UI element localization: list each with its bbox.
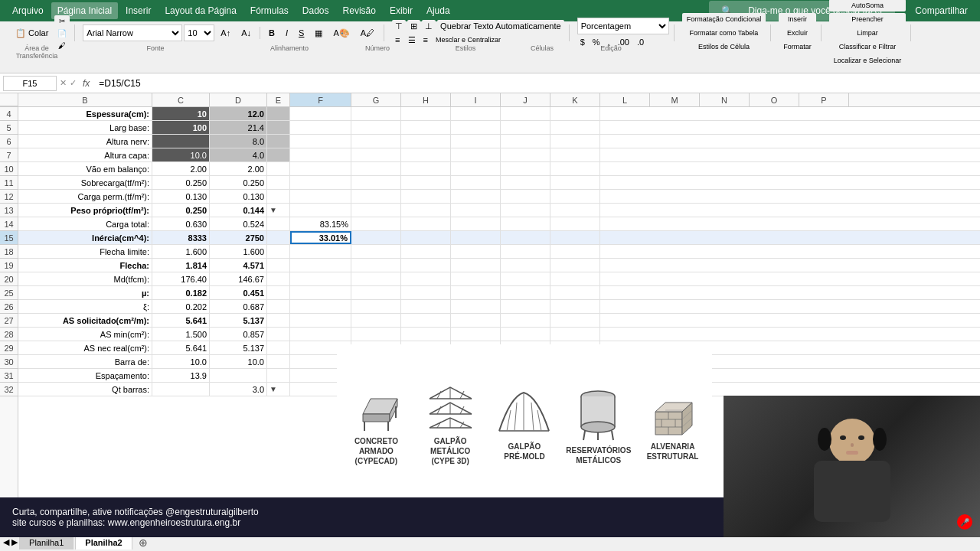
cell-j7[interactable] xyxy=(501,148,550,161)
cell-b32[interactable]: Qt barras: xyxy=(18,383,152,396)
cell-f27[interactable] xyxy=(290,314,351,327)
cell-g5[interactable] xyxy=(351,121,401,134)
cell-k5[interactable] xyxy=(550,121,600,134)
diagram-concreto[interactable]: CONCRETOARMADO(CYPECAD) xyxy=(341,376,412,466)
col-header-k[interactable]: K xyxy=(550,93,600,106)
cell-f25[interactable] xyxy=(290,286,351,299)
cell-j11[interactable] xyxy=(501,176,550,189)
border-button[interactable]: ▦ xyxy=(310,26,327,41)
cell-i10[interactable] xyxy=(451,162,501,175)
cell-g7[interactable] xyxy=(351,148,401,161)
col-header-h[interactable]: H xyxy=(401,93,451,106)
cell-i28[interactable] xyxy=(451,328,501,341)
cell-h10[interactable] xyxy=(401,162,451,175)
diagram-alvenaria[interactable]: ALVENARIAESTRUTURAL xyxy=(637,381,708,461)
menu-ajuda[interactable]: Ajuda xyxy=(420,2,456,19)
cell-reference-input[interactable] xyxy=(3,76,57,91)
col-header-n[interactable]: N xyxy=(700,93,750,106)
cell-h28[interactable] xyxy=(401,328,451,341)
cell-f19[interactable] xyxy=(290,259,351,272)
fill-button[interactable]: Preencher xyxy=(829,13,906,25)
cell-i7[interactable] xyxy=(451,148,501,161)
align-top-button[interactable]: ⊤ xyxy=(392,20,406,33)
cell-b27[interactable]: AS solicitado(cm²/m): xyxy=(18,314,152,327)
cell-k10[interactable] xyxy=(550,162,600,175)
menu-arquivo[interactable]: Arquivo xyxy=(6,2,50,19)
cell-k13[interactable] xyxy=(550,204,600,217)
cell-e13[interactable]: ▼ xyxy=(267,204,290,217)
cell-f18[interactable] xyxy=(290,245,351,258)
cell-b6[interactable]: Altura nerv: xyxy=(18,135,152,148)
col-header-l[interactable]: L xyxy=(600,93,650,106)
cell-g13[interactable] xyxy=(351,204,401,217)
cell-c6[interactable] xyxy=(152,135,210,148)
cell-k25[interactable] xyxy=(550,286,600,299)
cell-g27[interactable] xyxy=(351,314,401,327)
cell-i15[interactable] xyxy=(451,231,501,244)
col-header-d[interactable]: D xyxy=(210,93,267,106)
cell-e19[interactable] xyxy=(267,259,290,272)
cell-f14[interactable]: 83.15% xyxy=(290,217,351,230)
cell-k6[interactable] xyxy=(550,135,600,148)
cell-i6[interactable] xyxy=(451,135,501,148)
cell-e18[interactable] xyxy=(267,245,290,258)
cancel-icon[interactable]: ✕ xyxy=(60,78,67,88)
cell-j27[interactable] xyxy=(501,314,550,327)
clear-button[interactable]: Limpar xyxy=(829,27,906,39)
cell-h13[interactable] xyxy=(401,204,451,217)
cell-c15[interactable]: 8333 xyxy=(152,231,210,244)
cell-c28[interactable]: 1.500 xyxy=(152,328,210,341)
cell-f10[interactable] xyxy=(290,162,351,175)
cell-e15[interactable] xyxy=(267,231,290,244)
cell-g18[interactable] xyxy=(351,245,401,258)
cell-f4[interactable] xyxy=(290,107,351,120)
cell-f13[interactable] xyxy=(290,204,351,217)
cell-j18[interactable] xyxy=(501,245,550,258)
cell-g15[interactable] xyxy=(351,231,401,244)
cell-b30[interactable]: Barra de: xyxy=(18,355,152,368)
cell-d6[interactable]: 8.0 xyxy=(210,135,267,148)
cell-h7[interactable] xyxy=(401,148,451,161)
col-header-i[interactable]: I xyxy=(451,93,501,106)
cell-c4[interactable]: 10 xyxy=(152,107,210,120)
cell-i14[interactable] xyxy=(451,217,501,230)
cell-g11[interactable] xyxy=(351,176,401,189)
cell-e31[interactable] xyxy=(267,369,290,382)
bold-button[interactable]: B xyxy=(264,26,279,40)
cell-c32[interactable] xyxy=(152,383,210,396)
cell-e10[interactable] xyxy=(267,162,290,175)
cell-b31[interactable]: Espaçamento: xyxy=(18,369,152,382)
confirm-icon[interactable]: ✓ xyxy=(70,78,77,88)
cell-d26[interactable]: 0.687 xyxy=(210,300,267,313)
cell-k7[interactable] xyxy=(550,148,600,161)
cell-h11[interactable] xyxy=(401,176,451,189)
cell-d5[interactable]: 21.4 xyxy=(210,121,267,134)
col-header-b[interactable]: B xyxy=(18,93,152,106)
cell-k19[interactable] xyxy=(550,259,600,272)
cell-k15[interactable] xyxy=(550,231,600,244)
col-header-g[interactable]: G xyxy=(351,93,401,106)
cell-h4[interactable] xyxy=(401,107,451,120)
cell-d19[interactable]: 4.571 xyxy=(210,259,267,272)
cell-b28[interactable]: AS min(cm²): xyxy=(18,328,152,341)
insert-cells-button[interactable]: Inserir xyxy=(779,13,816,25)
align-middle-button[interactable]: ⊞ xyxy=(407,20,420,33)
increase-font-button[interactable]: A↑ xyxy=(216,26,235,40)
cell-g20[interactable] xyxy=(351,272,401,285)
cell-i11[interactable] xyxy=(451,176,501,189)
cell-f26[interactable] xyxy=(290,300,351,313)
cell-j28[interactable] xyxy=(501,328,550,341)
cell-b18[interactable]: Flecha limite: xyxy=(18,245,152,258)
cell-d18[interactable]: 1.600 xyxy=(210,245,267,258)
cell-i18[interactable] xyxy=(451,245,501,258)
cell-k18[interactable] xyxy=(550,245,600,258)
format-table-button[interactable]: Formatar como Tabela xyxy=(682,27,766,39)
col-header-f[interactable]: F xyxy=(290,93,351,106)
cell-d15[interactable]: 2750 xyxy=(210,231,267,244)
cell-c30[interactable]: 10.0 xyxy=(152,355,210,368)
cell-e12[interactable] xyxy=(267,190,290,203)
diagram-galpao-premold[interactable]: GALPÃOPRÉ-MOLD xyxy=(489,381,560,461)
cell-j25[interactable] xyxy=(501,286,550,299)
menu-layout[interactable]: Layout da Página xyxy=(158,2,242,19)
cell-i19[interactable] xyxy=(451,259,501,272)
